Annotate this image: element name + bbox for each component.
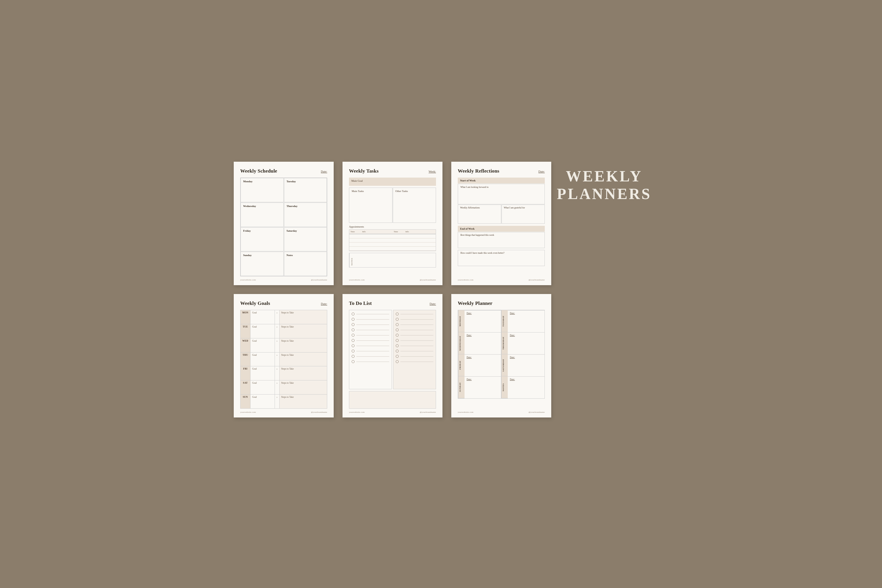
planner-content-tuesday: Date: bbox=[508, 310, 544, 332]
steps-label-wed: Steps to Take bbox=[281, 340, 294, 342]
goals-goal-mon: Goal bbox=[250, 310, 274, 324]
todo-line-l9 bbox=[356, 356, 389, 357]
todo-header: To Do List Date: bbox=[349, 300, 436, 306]
notes-vertical-label: NOTES bbox=[349, 253, 354, 267]
todo-line-l5 bbox=[356, 335, 389, 336]
appointments-section: Appointments Time Info Time Info bbox=[349, 225, 436, 251]
todo-circle-r2 bbox=[396, 318, 399, 321]
planner-grid: MONDAY Date: TUESDAY Date: WEDNESDAY Dat… bbox=[458, 310, 545, 399]
reflections-date-label: Date: bbox=[538, 170, 545, 173]
monday-label: Monday bbox=[243, 180, 281, 183]
todo-item-l2 bbox=[352, 318, 389, 321]
schedule-cell-thursday: Thursday bbox=[284, 202, 327, 227]
goals-footer-left: yourwebsite.com bbox=[240, 411, 256, 413]
todo-item-r4 bbox=[396, 328, 434, 332]
goals-day-mon: MON bbox=[240, 310, 250, 324]
tasks-footer: yourwebsite.com @yourbrandname bbox=[349, 276, 436, 281]
planner-grid-container: MONDAY Date: TUESDAY Date: WEDNESDAY Dat… bbox=[458, 310, 545, 409]
goals-title: Weekly Goals bbox=[240, 300, 270, 306]
time-header-2: Time bbox=[393, 230, 404, 234]
other-tasks-label: Other Tasks bbox=[395, 190, 434, 193]
planner-footer-right: @yourbrandname bbox=[529, 411, 545, 413]
goal-label-wed: Goal bbox=[252, 340, 257, 342]
appt-cell-13 bbox=[349, 247, 361, 251]
appt-cell-8 bbox=[404, 238, 436, 243]
planner-footer: yourwebsite.com @yourbrandname bbox=[458, 409, 545, 413]
todo-item-l1 bbox=[352, 312, 389, 315]
planner-content-sunday: Date: bbox=[465, 376, 501, 398]
main-tasks-col: Main Tasks bbox=[349, 188, 393, 223]
appt-header-row: Time Info Time Info bbox=[349, 230, 436, 234]
tasks-footer-left: yourwebsite.com bbox=[349, 279, 364, 281]
best-things-label: Best things that happened this week bbox=[460, 234, 494, 236]
planner-date-sunday: Date: bbox=[466, 378, 499, 381]
planner-content-saturday: Date: bbox=[508, 354, 544, 376]
appt-cell-6 bbox=[361, 238, 393, 243]
planner-day-thursday: THURSDAY bbox=[501, 332, 508, 354]
todo-item-l7 bbox=[352, 344, 389, 347]
todo-circle-r7 bbox=[396, 344, 399, 347]
weekly-tasks-card: Weekly Tasks Week: Main Goal Main Tasks … bbox=[342, 162, 442, 285]
goals-goal-tue: Goal bbox=[250, 324, 274, 338]
goals-arrow-thu: › bbox=[274, 352, 279, 366]
todo-line-l10 bbox=[356, 362, 389, 362]
goals-row-thu: THU Goal › Steps to Take bbox=[240, 352, 327, 366]
todo-circle-r9 bbox=[396, 355, 399, 358]
todo-circle-l4 bbox=[352, 328, 355, 332]
start-of-week-header: Start of Week bbox=[458, 178, 545, 183]
goals-steps-sun: Steps to Take bbox=[279, 394, 327, 409]
schedule-date-label: Date: bbox=[321, 170, 327, 173]
affirmations-col: Weekly Affirmations bbox=[458, 205, 501, 224]
goals-steps-thu: Steps to Take bbox=[279, 352, 327, 366]
goals-day-tue: TUE bbox=[240, 324, 250, 338]
tasks-footer-right: @yourbrandname bbox=[420, 279, 436, 281]
thursday-label: Thursday bbox=[286, 205, 325, 208]
planner-header: Weekly Planner bbox=[458, 300, 545, 306]
title-block: WEEKLYPLANNERS bbox=[560, 162, 648, 209]
goal-label-fri: Goal bbox=[252, 368, 257, 370]
todo-item-r3 bbox=[396, 323, 434, 326]
todo-line-l7 bbox=[356, 346, 389, 346]
goals-day-fri: FRI bbox=[240, 366, 250, 380]
steps-label-thu: Steps to Take bbox=[281, 354, 294, 356]
schedule-grid: Monday Tuesday Wednesday Thursday Friday… bbox=[240, 178, 327, 276]
schedule-cell-tuesday: Tuesday bbox=[284, 178, 327, 202]
appointments-grid: Time Info Time Info bbox=[349, 230, 436, 251]
todo-line-r7 bbox=[400, 346, 434, 346]
todo-notes-area bbox=[349, 391, 436, 409]
goal-label-mon: Goal bbox=[252, 311, 257, 314]
goals-day-sun: SUN bbox=[240, 394, 250, 409]
goals-day-thu: THU bbox=[240, 352, 250, 366]
goals-row-sun: SUN Goal › Steps to Take bbox=[240, 394, 327, 409]
steps-label-mon: Steps to Take bbox=[281, 311, 294, 314]
goals-goal-sun: Goal bbox=[250, 394, 274, 409]
todo-item-r9 bbox=[396, 355, 434, 358]
goal-label-sat: Goal bbox=[252, 382, 257, 384]
start-of-week-section: Start of Week What I am looking forward … bbox=[458, 178, 545, 224]
goals-arrow-sun: › bbox=[274, 394, 279, 409]
appt-cell-9 bbox=[349, 243, 361, 247]
schedule-cell-wednesday: Wednesday bbox=[240, 202, 284, 227]
notes-section: NOTES bbox=[349, 253, 436, 267]
todo-item-l5 bbox=[352, 334, 389, 337]
tasks-two-col: Main Tasks Other Tasks bbox=[349, 188, 436, 223]
friday-label: Friday bbox=[243, 230, 281, 232]
grateful-label: What I am grateful for bbox=[504, 206, 543, 209]
planner-day-wednesday: WEDNESDAY bbox=[458, 332, 465, 354]
planner-title: Weekly Planner bbox=[458, 300, 492, 306]
appt-cell-1 bbox=[349, 234, 361, 238]
goals-header: Weekly Goals Date: bbox=[240, 300, 327, 306]
planner-date-friday: Date: bbox=[466, 356, 499, 358]
appt-cell-15 bbox=[393, 247, 404, 251]
todo-item-r5 bbox=[396, 334, 434, 337]
grateful-col: What I am grateful for bbox=[502, 205, 545, 224]
goals-steps-wed: Steps to Take bbox=[279, 338, 327, 352]
todo-line-l2 bbox=[356, 319, 389, 320]
goals-goal-fri: Goal bbox=[250, 366, 274, 380]
todo-date-label: Date: bbox=[429, 302, 436, 306]
goals-day-wed: WED bbox=[240, 338, 250, 352]
todo-line-l6 bbox=[356, 340, 389, 341]
affirmations-label: Weekly Affirmations bbox=[460, 206, 499, 209]
todo-item-r8 bbox=[396, 350, 434, 352]
goals-arrow-fri: › bbox=[274, 366, 279, 380]
